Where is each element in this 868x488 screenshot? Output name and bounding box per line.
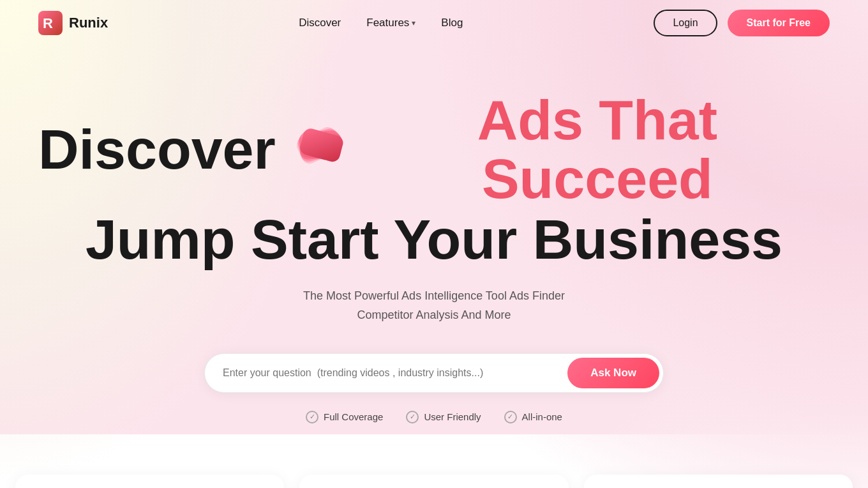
badge-full-coverage-label: Full Coverage	[324, 411, 383, 422]
hero-ads-succeed-text: Ads That Succeed	[365, 91, 830, 209]
feature-badges: ✓ Full Coverage ✓ User Friendly ✓ All-in…	[38, 411, 830, 423]
search-input[interactable]	[205, 356, 564, 390]
nav-features[interactable]: Features ▾	[366, 17, 415, 29]
nav-links: Discover Features ▾ Blog	[299, 17, 463, 29]
check-icon-full-coverage: ✓	[306, 411, 318, 423]
search-bar: Ask Now	[204, 353, 664, 393]
hero-subtitle: The Most Powerful Ads Intelligence Tool …	[38, 286, 830, 325]
hero-discover-text: Discover	[38, 120, 276, 179]
start-for-free-button[interactable]: Start for Free	[728, 10, 830, 36]
ask-now-button[interactable]: Ask Now	[567, 358, 659, 388]
logo-icon: R	[38, 11, 63, 35]
nav-discover[interactable]: Discover	[299, 17, 341, 29]
badge-all-in-one: ✓ All-in-one	[504, 411, 562, 423]
badge-user-friendly: ✓ User Friendly	[406, 411, 481, 423]
badge-full-coverage: ✓ Full Coverage	[306, 411, 383, 423]
hero-subtitle-line1: The Most Powerful Ads Intelligence Tool …	[303, 289, 565, 302]
nav-actions: Login Start for Free	[654, 10, 830, 36]
logo[interactable]: R Runix	[38, 11, 108, 35]
feature-card-2: 📋	[299, 475, 568, 488]
hero-section: Discover	[0, 46, 868, 455]
hero-title-line1: Discover	[38, 91, 830, 209]
hero-decoration-icon	[288, 124, 352, 175]
cards-section: 💡 📋 👍	[0, 475, 868, 488]
badge-user-friendly-label: User Friendly	[424, 411, 481, 422]
feature-card-3: 👍	[584, 475, 853, 488]
hero-subtitle-line2: Competitor Analysis And More	[357, 309, 511, 321]
badge-all-in-one-label: All-in-one	[522, 411, 562, 422]
hero-title-line2: Jump Start Your Business	[38, 209, 830, 271]
svg-text:R: R	[43, 15, 53, 31]
chevron-down-icon: ▾	[412, 19, 415, 27]
check-icon-user-friendly: ✓	[406, 411, 419, 423]
feature-card-1: 💡	[15, 475, 284, 488]
search-container: Ask Now	[38, 353, 830, 393]
login-button[interactable]: Login	[654, 10, 717, 36]
nav-blog[interactable]: Blog	[441, 17, 463, 29]
navbar: R Runix Discover Features ▾ Blog Login S…	[0, 0, 868, 46]
logo-text: Runix	[69, 15, 108, 31]
check-icon-all-in-one: ✓	[504, 411, 517, 423]
